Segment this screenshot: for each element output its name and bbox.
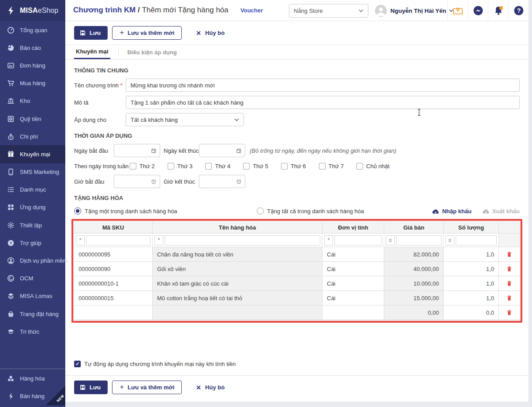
cell-price[interactable]: 82.000,00 (384, 247, 444, 262)
sidebar-item-hang-hoa[interactable]: Hàng hóa (0, 370, 65, 388)
start-date-input[interactable] (114, 144, 160, 157)
delete-row-button[interactable] (506, 265, 513, 272)
weekday-checkbox-thu7[interactable]: Thứ 7 (319, 163, 344, 170)
cell-unit[interactable]: Cái (322, 291, 384, 305)
sidebar-item-tro-giup[interactable]: ? Trợ giúp (0, 234, 65, 252)
messenger-button[interactable] (468, 0, 488, 21)
sidebar-item-ocm[interactable]: OCM (0, 270, 65, 287)
sidebar-item-thiet-lap[interactable]: Thiết lập (0, 216, 65, 234)
filter-name-input[interactable] (165, 235, 320, 245)
cell-price[interactable]: 10.000,00 (384, 276, 444, 291)
column-header-qty[interactable]: Số lượng (444, 222, 499, 234)
save-and-new-button-bottom[interactable]: + Lưu và thêm mới (112, 381, 182, 394)
column-header-price[interactable]: Giá bán (384, 222, 444, 234)
cell-name[interactable]: Khăn xô tam giác có cúc cài (153, 276, 322, 291)
app-logo[interactable]: MISAeShop (0, 0, 65, 21)
cell-name[interactable]: Mũ cotton trắng hoạ tiết có tai thỏ (153, 291, 322, 305)
cancel-button[interactable]: ✕ Hủy bỏ (191, 26, 229, 40)
radio-gift-one[interactable]: Tặng một trong danh sách hàng hóa (74, 207, 177, 215)
end-time-input[interactable] (199, 175, 245, 188)
sidebar-item-misa-lomas[interactable]: MISA Lomas (0, 287, 65, 305)
save-button-bottom[interactable]: Lưu (74, 381, 108, 394)
import-button[interactable]: Nhập khẩu (432, 208, 471, 215)
description-input[interactable] (126, 96, 520, 109)
column-header-sku[interactable]: Mã SKU (74, 222, 153, 234)
guide-lamp-button[interactable] (447, 0, 468, 21)
start-time-field[interactable] (119, 178, 151, 185)
weekday-checkbox-thu2[interactable]: Thứ 2 (130, 163, 155, 170)
delete-row-button[interactable] (506, 251, 513, 258)
filter-sku-input[interactable] (86, 235, 150, 245)
cell-unit[interactable]: Cái (322, 276, 384, 291)
filter-price-input[interactable] (396, 235, 442, 245)
sidebar-item-sms-marketing[interactable]: SMS Marketing (0, 163, 65, 181)
sidebar-item-dich-vu-phan-mem[interactable]: Dịch vụ phần mềm (0, 252, 65, 269)
column-header-name[interactable]: Tên hàng hóa (153, 222, 322, 234)
cell-sku[interactable]: 0000000095 (74, 247, 153, 262)
cell-unit[interactable]: Cái (322, 247, 384, 262)
save-button[interactable]: Lưu (74, 26, 108, 40)
cell-qty[interactable]: 1,0 (444, 276, 499, 291)
end-time-field[interactable] (204, 178, 236, 185)
end-date-field[interactable] (204, 147, 236, 154)
cell-unit[interactable]: Cái (322, 262, 384, 276)
cell-sku[interactable]: 00000000015 (74, 291, 153, 305)
weekday-checkbox-chu-nhat[interactable]: Chủ nhật (356, 163, 390, 170)
sidebar-item-danh-muc[interactable]: Danh mục (0, 181, 65, 199)
sidebar-item-chi-phi[interactable]: $ Chi phí (0, 128, 65, 145)
filter-operator-button[interactable]: * (324, 235, 333, 245)
cell-price[interactable]: 15.000,00 (384, 291, 444, 305)
sidebar-item-quy-tien[interactable]: Quỹ tiền (0, 110, 65, 128)
cell-qty[interactable]: 1,0 (444, 247, 499, 262)
sidebar-item-trang-dat-hang[interactable]: Trang đặt hàng (0, 305, 65, 323)
save-and-new-button[interactable]: + Lưu và thêm mới (112, 26, 182, 40)
tab-dieu-kien-ap-dung[interactable]: Điều kiện áp dụng (126, 45, 179, 59)
apply-to-select[interactable]: Tất cả khách hàng (126, 113, 244, 126)
weekday-checkbox-thu4[interactable]: Thứ 4 (205, 163, 230, 170)
sidebar-item-tong-quan[interactable]: Tổng quan (0, 21, 65, 39)
delete-row-button[interactable] (506, 309, 513, 316)
filter-operator-button[interactable]: ≤ (446, 235, 454, 245)
auto-apply-checkbox[interactable]: ✓ Tự động áp dụng chương trình khuyến mạ… (74, 361, 520, 367)
sidebar-item-mua-hang[interactable]: Mua hàng (0, 75, 65, 92)
cell-sku[interactable]: 0000000090 (74, 262, 153, 276)
cell-name[interactable] (153, 305, 322, 320)
filter-unit-input[interactable] (334, 235, 382, 245)
sidebar-item-kho[interactable]: Kho (0, 92, 65, 110)
export-button[interactable]: Xuất khẩu (482, 208, 520, 215)
cell-sku[interactable]: 00000000010-1 (74, 276, 153, 291)
cell-sku[interactable] (74, 305, 153, 320)
cell-qty[interactable]: 1,0 (444, 262, 499, 276)
cell-qty[interactable]: 1,0 (444, 291, 499, 305)
sidebar-item-tri-thuc[interactable]: Tri thức (0, 323, 65, 340)
cell-unit[interactable] (322, 305, 384, 320)
program-name-input[interactable] (126, 79, 520, 92)
delete-row-button[interactable] (506, 294, 513, 301)
sidebar-item-bao-cao[interactable]: Báo cáo (0, 39, 65, 57)
filter-operator-button[interactable]: * (154, 235, 163, 245)
cell-name[interactable]: Gối xô viền (153, 262, 322, 276)
filter-operator-button[interactable]: * (76, 235, 85, 245)
start-date-field[interactable] (119, 147, 151, 154)
cancel-button-bottom[interactable]: ✕ Hủy bỏ (191, 381, 229, 394)
tab-khuyen-mai[interactable]: Khuyến mại (74, 45, 110, 59)
cell-name[interactable]: Chăn đa năng hoạ tiết có viền (153, 247, 322, 262)
weekday-checkbox-thu6[interactable]: Thứ 6 (281, 163, 306, 170)
cell-price[interactable]: 40.000,00 (384, 262, 444, 276)
start-time-input[interactable] (114, 175, 160, 188)
voucher-link[interactable]: Voucher (240, 7, 263, 14)
radio-gift-all[interactable]: Tặng tất cả trong danh sách hàng hóa (257, 207, 364, 215)
breadcrumb-parent-link[interactable]: Chương trình KM (73, 6, 135, 14)
sidebar-item-don-hang[interactable]: Đơn hàng (0, 57, 65, 74)
help-button[interactable]: ? (508, 0, 528, 21)
filter-qty-input[interactable] (456, 235, 497, 245)
filter-operator-button[interactable]: ≤ (386, 235, 395, 245)
column-header-unit[interactable]: Đơn vị tính (322, 222, 384, 234)
weekday-checkbox-thu3[interactable]: Thứ 3 (168, 163, 193, 170)
notifications-button[interactable] (488, 0, 508, 21)
user-menu[interactable]: Nguyễn Thị Hải Yến (375, 4, 453, 17)
delete-row-button[interactable] (506, 280, 513, 287)
store-selector[interactable]: Nắng Store (289, 4, 368, 18)
sidebar-item-khuyen-mai[interactable]: Khuyến mại (0, 145, 65, 163)
cell-qty[interactable]: 0,0 (444, 305, 499, 320)
